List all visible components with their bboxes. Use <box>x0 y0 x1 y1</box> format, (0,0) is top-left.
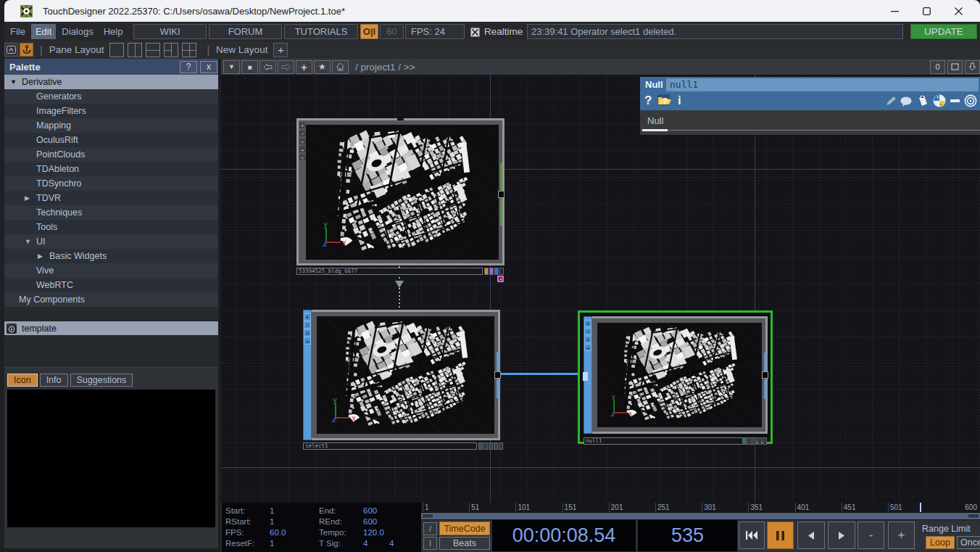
field-value[interactable]: 4 <box>363 539 368 548</box>
node-bldg-flag-purple[interactable] <box>489 268 494 275</box>
node-select-out-top[interactable] <box>497 352 499 371</box>
field-value[interactable]: 1 <box>270 506 274 515</box>
play-reverse-button[interactable] <box>797 522 825 549</box>
field-value[interactable]: 1 <box>270 539 274 548</box>
viewer-flag-icon[interactable]: ● <box>304 313 311 321</box>
tutorials-button[interactable]: TUTORIALS <box>284 24 358 39</box>
viewer-flag-icon[interactable]: ➜ <box>584 344 591 351</box>
node-bldg-flags[interactable]: ●↗✕➜✎ <box>299 122 306 162</box>
node-bldg-out-connector[interactable] <box>498 191 504 198</box>
palette-item-tdsynchro[interactable]: TDSynchro <box>4 176 218 191</box>
palette-item-derivative[interactable]: ▼Derivative <box>4 75 218 89</box>
home-button[interactable] <box>332 60 349 74</box>
node-bldg-name[interactable]: 53394525_bldg_6677 <box>296 268 483 275</box>
node-null-out-bottom[interactable] <box>764 380 766 399</box>
timeline-i-button[interactable]: I <box>423 537 437 550</box>
palette-item-imagefilters[interactable]: ImageFilters <box>4 104 218 118</box>
node-select-flags[interactable]: ●↗✕➜ <box>304 313 311 345</box>
node-bldg-flag-blue[interactable] <box>494 268 499 275</box>
param-python-icon[interactable] <box>933 94 946 107</box>
menu-help[interactable]: Help <box>99 24 128 39</box>
oi-toggle[interactable]: O|I <box>360 24 378 39</box>
timeline-ruler[interactable]: 151101151201251301351401451501600 <box>421 503 980 512</box>
node-null-flag-2[interactable] <box>747 437 752 445</box>
palette-help-button[interactable]: ? <box>180 61 197 73</box>
timeline-range-bar[interactable]: ... ... <box>421 512 980 520</box>
palette-item-basic-widgets[interactable]: ▶Basic Widgets <box>4 249 218 263</box>
param-help-button[interactable]: ? <box>644 94 652 108</box>
layout-grid-button[interactable] <box>182 43 196 57</box>
palette-close-button[interactable]: x <box>200 61 217 73</box>
node-null-flag-3[interactable] <box>752 437 757 445</box>
collapse-pane-button[interactable] <box>965 60 980 74</box>
viewer-flag-icon[interactable]: ● <box>299 122 306 129</box>
step-back-button[interactable]: - <box>858 522 884 549</box>
param-op-name-field[interactable]: null1 <box>666 78 979 91</box>
node-null-name[interactable]: null1 <box>584 437 753 445</box>
layout-split-horizontal-button[interactable] <box>146 43 160 57</box>
node-bldg-flag-off[interactable] <box>499 268 504 275</box>
layout-split-left-button[interactable] <box>164 43 178 57</box>
pause-button[interactable] <box>767 522 794 549</box>
node-null-flags[interactable]: ●↗✕➜ <box>584 320 591 352</box>
node-select-out-connector[interactable] <box>494 371 501 379</box>
viewer-flag-icon[interactable]: ↗ <box>304 321 311 329</box>
chevron-down-icon[interactable]: ▼ <box>10 78 17 86</box>
viewer-flag-icon[interactable]: ✕ <box>299 138 306 145</box>
palette-item-tdvr[interactable]: ▶TDVR <box>4 191 218 205</box>
maximize-pane-button[interactable] <box>947 60 963 74</box>
pane-type-dropdown[interactable]: ▼ <box>223 60 240 74</box>
field-value[interactable]: 120.0 <box>363 528 384 537</box>
palette-item-mapping[interactable]: Mapping <box>4 118 218 133</box>
param-comment-icon[interactable] <box>900 96 913 107</box>
node-select-name[interactable]: select1 <box>303 442 477 450</box>
node-bldg-flag-orange[interactable] <box>484 268 489 275</box>
node-null-flag-4[interactable] <box>757 437 762 445</box>
new-layout-add-button[interactable]: + <box>273 43 288 57</box>
palette-item-oculusrift[interactable]: OculusRift <box>4 133 218 147</box>
viewer-flag-icon[interactable]: ● <box>584 320 591 327</box>
anchor-button[interactable] <box>20 43 33 57</box>
node-bldg-out-bottom[interactable] <box>500 199 502 226</box>
viewer-flag-icon[interactable]: ✕ <box>584 336 591 343</box>
viewer-flag-icon[interactable]: ↗ <box>584 328 591 335</box>
rate-box[interactable]: 60 <box>380 24 404 39</box>
menu-file[interactable]: File <box>6 24 30 39</box>
palette-item-my-components[interactable]: My Components <box>4 292 218 307</box>
range-handle-left[interactable]: ... <box>422 514 433 519</box>
node-select-flag-5[interactable] <box>499 442 503 450</box>
node-select[interactable]: ●↗✕➜ y x z <box>303 310 500 440</box>
chevron-right-icon[interactable]: ▶ <box>38 252 43 260</box>
node-select-flag-1[interactable] <box>478 442 483 450</box>
node-select-flag-2[interactable] <box>483 442 488 450</box>
tab-icon[interactable]: Icon <box>7 374 38 387</box>
chevron-down-icon[interactable]: ▼ <box>25 238 31 245</box>
layout-split-vertical-button[interactable] <box>128 43 142 57</box>
pane-window-button[interactable] <box>4 43 18 57</box>
node-bldg-pin[interactable] <box>497 276 504 282</box>
timecode-tab[interactable]: TimeCode <box>439 522 490 535</box>
play-button[interactable] <box>828 522 855 549</box>
timeline-slash-button[interactable]: / <box>423 522 437 535</box>
node-select-flag-4[interactable] <box>494 442 498 450</box>
wire-select1-null1[interactable] <box>499 373 585 375</box>
field-value[interactable]: 4 <box>389 539 394 548</box>
viewer-flag-icon[interactable]: ↗ <box>299 130 306 137</box>
loop-button[interactable]: Loop <box>926 536 955 549</box>
stop-button[interactable]: ■ <box>241 60 258 74</box>
back-button[interactable] <box>259 60 276 74</box>
node-null-flag-1[interactable] <box>742 437 747 445</box>
menu-edit[interactable]: Edit <box>31 24 56 39</box>
node-bldg[interactable]: ●↗✕➜✎ y x z <box>296 118 504 265</box>
node-null-selection[interactable]: ●↗✕➜ y x z null1 <box>578 310 773 444</box>
tab-suggestions[interactable]: Suggestions <box>70 374 133 387</box>
param-copy-icon[interactable] <box>917 95 929 107</box>
param-bullseye-icon[interactable] <box>964 94 977 107</box>
add-operator-button[interactable]: + <box>296 60 312 74</box>
skip-to-start-button[interactable] <box>739 522 765 549</box>
tab-info[interactable]: Info <box>40 374 68 387</box>
forum-button[interactable]: FORUM <box>209 24 282 39</box>
level-indicator[interactable]: 0 <box>930 60 945 74</box>
menu-dialogs[interactable]: Dialogs <box>57 24 97 39</box>
realtime-checkbox[interactable] <box>470 27 480 40</box>
